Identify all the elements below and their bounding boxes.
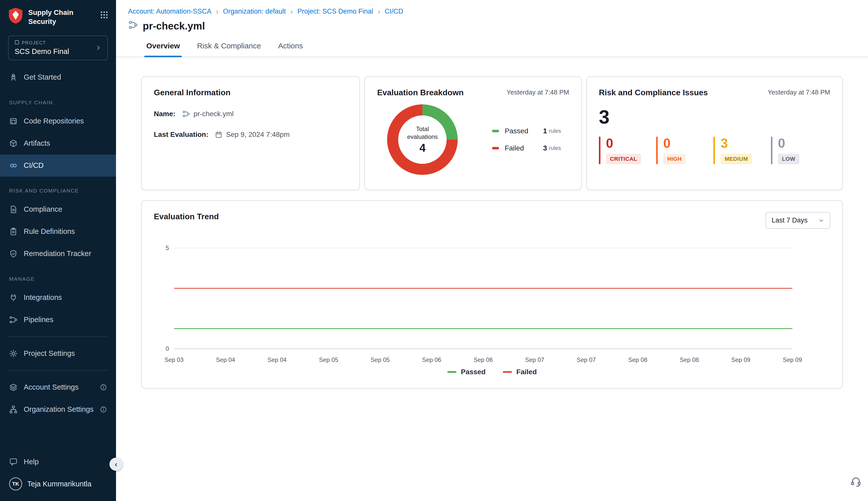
sidebar-item-rule-definitions[interactable]: Rule Definitions bbox=[0, 221, 116, 243]
donut-center: Total evaluations 4 bbox=[398, 115, 447, 164]
brand-title-line2: Security bbox=[28, 17, 73, 26]
sidebar-item-compliance[interactable]: Compliance bbox=[0, 198, 116, 221]
trend-chart: 05Sep 03Sep 04Sep 04Sep 05Sep 05Sep 06Se… bbox=[154, 240, 825, 367]
headset-icon[interactable] bbox=[850, 476, 861, 489]
last-evaluation-value: Sep 9, 2024 7:48pm bbox=[226, 130, 290, 139]
supply-chain-security-logo-icon bbox=[8, 7, 23, 26]
sidebar-item-account-settings[interactable]: Account Settings bbox=[0, 376, 116, 398]
svg-text:Sep 05: Sep 05 bbox=[370, 356, 390, 363]
stat-high: 0 HIGH bbox=[656, 137, 715, 164]
pipeline-file-icon bbox=[182, 110, 190, 118]
critical-count: 0 bbox=[606, 137, 641, 150]
general-information-card: General Information Name: pr-check.yml L… bbox=[141, 76, 360, 190]
breadcrumb: Account: Automation-SSCA › Organization:… bbox=[128, 8, 856, 15]
sidebar-item-project-settings[interactable]: Project Settings bbox=[0, 342, 116, 365]
card-title: Evaluation Trend bbox=[154, 212, 219, 221]
sidebar-item-pipelines[interactable]: Pipelines bbox=[0, 309, 116, 331]
card-timestamp: Yesterday at 7:48 PM bbox=[767, 88, 830, 96]
svg-text:Sep 07: Sep 07 bbox=[577, 356, 596, 363]
last-evaluation-row: Last Evaluation: Sep 9, 2024 7:48pm bbox=[154, 130, 347, 139]
user-menu[interactable]: TK Teja Kummarikuntla bbox=[0, 473, 116, 495]
chevron-separator-icon: › bbox=[216, 8, 218, 15]
chevron-separator-icon: › bbox=[290, 8, 293, 15]
tab-overview[interactable]: Overview bbox=[144, 39, 182, 57]
cicd-icon bbox=[9, 161, 18, 170]
gear-icon bbox=[9, 349, 18, 358]
sidebar-item-organization-settings[interactable]: Organization Settings bbox=[0, 398, 116, 420]
sidebar-item-remediation-tracker[interactable]: Remediation Tracker bbox=[0, 243, 116, 265]
evaluation-breakdown-card: Evaluation Breakdown Yesterday at 7:48 P… bbox=[364, 76, 582, 190]
time-range-value: Last 7 Days bbox=[772, 216, 808, 224]
legend-passed: Passed bbox=[447, 368, 486, 376]
failed-marker bbox=[492, 147, 499, 149]
sidebar-item-code-repositories[interactable]: Code Repositories bbox=[0, 110, 116, 132]
tab-bar: Overview Risk & Compliance Actions bbox=[116, 39, 868, 57]
passed-count: 1 bbox=[543, 127, 547, 135]
chevron-right-icon bbox=[95, 45, 101, 51]
nav-label: Compliance bbox=[24, 205, 62, 213]
passed-line-marker bbox=[447, 371, 457, 373]
stat-low: 0 LOW bbox=[771, 137, 830, 164]
sidebar-collapse-button[interactable]: ‹ bbox=[109, 458, 123, 471]
breadcrumb-account[interactable]: Account: Automation-SSCA bbox=[128, 8, 211, 15]
rocket-icon bbox=[9, 73, 18, 82]
breadcrumb-cicd[interactable]: CI/CD bbox=[385, 8, 403, 15]
card-timestamp: Yesterday at 7:48 PM bbox=[506, 88, 569, 96]
content-area: General Information Name: pr-check.yml L… bbox=[116, 57, 868, 501]
low-badge: LOW bbox=[778, 154, 799, 164]
project-selector[interactable]: PROJECT SCS Demo Final bbox=[8, 35, 108, 60]
main-content: Account: Automation-SSCA › Organization:… bbox=[116, 0, 868, 501]
info-icon[interactable] bbox=[100, 384, 107, 391]
svg-text:Sep 03: Sep 03 bbox=[165, 356, 184, 363]
donut-center-label: Total evaluations bbox=[401, 125, 443, 141]
pipeline-file-icon bbox=[128, 20, 138, 32]
sidebar-item-help[interactable]: Help bbox=[0, 451, 116, 473]
remediation-tracker-icon bbox=[9, 249, 18, 258]
tab-risk-compliance[interactable]: Risk & Compliance bbox=[195, 39, 263, 57]
card-title: General Information bbox=[154, 88, 230, 97]
nav-label: Help bbox=[24, 458, 39, 466]
svg-text:Sep 04: Sep 04 bbox=[268, 356, 287, 363]
info-icon[interactable] bbox=[100, 406, 107, 413]
legend-passed: Passed 1 rules bbox=[492, 127, 561, 135]
page-title: pr-check.yml bbox=[143, 20, 205, 32]
tab-actions[interactable]: Actions bbox=[276, 39, 305, 57]
trend-legend: Passed Failed bbox=[154, 368, 830, 376]
topbar: Account: Automation-SSCA › Organization:… bbox=[116, 0, 868, 32]
chevron-separator-icon: › bbox=[377, 8, 380, 15]
calendar-icon bbox=[215, 131, 222, 138]
sidebar: Supply Chain Security PROJECT SCS Demo F… bbox=[0, 0, 116, 501]
sidebar-item-get-started[interactable]: Get Started bbox=[0, 66, 116, 88]
evaluation-donut: Total evaluations 4 bbox=[387, 104, 458, 175]
sidebar-divider bbox=[8, 337, 108, 337]
time-range-select[interactable]: Last 7 Days bbox=[766, 212, 830, 229]
breadcrumb-project[interactable]: Project: SCS Demo Final bbox=[297, 8, 373, 15]
artifacts-icon bbox=[9, 139, 18, 148]
organization-settings-icon bbox=[9, 405, 18, 414]
project-name: SCS Demo Final bbox=[14, 47, 69, 56]
failed-count: 3 bbox=[543, 144, 547, 152]
high-count: 0 bbox=[663, 137, 686, 150]
sidebar-nav: Get Started SUPPLY CHAIN Code Repositori… bbox=[0, 66, 116, 420]
apps-grid-icon[interactable] bbox=[101, 7, 108, 21]
chevron-down-icon bbox=[818, 218, 824, 223]
svg-text:Sep 08: Sep 08 bbox=[628, 356, 647, 363]
account-settings-icon bbox=[9, 383, 18, 392]
failed-unit: rules bbox=[549, 145, 561, 151]
sidebar-item-artifacts[interactable]: Artifacts bbox=[0, 132, 116, 154]
nav-label: Organization Settings bbox=[24, 405, 94, 414]
medium-badge: MEDIUM bbox=[721, 154, 752, 164]
critical-bar bbox=[599, 137, 600, 164]
repository-icon bbox=[9, 117, 18, 126]
breakdown-body: Total evaluations 4 Passed 1 rules bbox=[377, 104, 569, 175]
svg-text:Sep 07: Sep 07 bbox=[525, 356, 544, 363]
breadcrumb-organization[interactable]: Organization: default bbox=[223, 8, 286, 15]
svg-text:Sep 09: Sep 09 bbox=[731, 356, 751, 363]
sidebar-item-integrations[interactable]: Integrations bbox=[0, 287, 116, 309]
page-title-row: pr-check.yml bbox=[128, 20, 856, 32]
nav-label: Get Started bbox=[24, 73, 61, 82]
rule-definitions-icon bbox=[9, 227, 18, 236]
medium-bar bbox=[713, 137, 715, 164]
sidebar-item-cicd[interactable]: CI/CD bbox=[0, 154, 116, 177]
low-count: 0 bbox=[778, 137, 799, 150]
